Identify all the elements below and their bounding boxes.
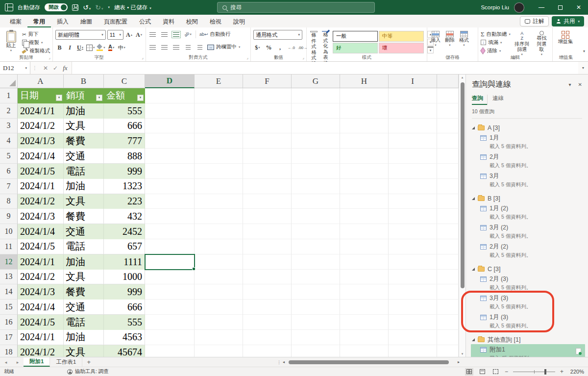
cell-I12[interactable] [389,254,437,270]
cell-D13[interactable] [145,270,195,285]
scroll-up-icon[interactable]: ▴ [459,75,466,79]
borders-button[interactable]: ▾ [86,43,95,52]
cell-F9[interactable] [243,209,292,224]
cell-B5[interactable]: 交通 [64,149,104,164]
cell-F6[interactable] [243,164,292,179]
cell-F3[interactable] [243,119,292,134]
undo-icon[interactable]: ↺▾ [83,4,91,11]
font-size-select[interactable]: 11▾ [107,30,123,40]
cell-D6[interactable] [145,164,195,179]
column-header-D[interactable]: D [145,75,195,88]
cell-D15[interactable] [145,300,195,315]
cell-H3[interactable] [340,119,389,134]
query-item-3-0[interactable]: 附加1載入 45 個資料列。 [471,344,585,357]
autosave-toggle[interactable]: 開啟 [45,3,68,11]
cell-F11[interactable] [243,239,292,254]
row-header-1[interactable]: 1 [0,88,18,103]
query-item-2-2[interactable]: 1月 (3)載入 5 個資料列。 [472,312,582,331]
vertical-scroll-thumb[interactable] [461,82,465,288]
cell-C13[interactable]: 1000 [104,270,145,285]
row-header-11[interactable]: 11 [0,239,18,254]
cell-F15[interactable] [243,300,292,315]
cell-F8[interactable] [243,194,292,209]
share-button[interactable]: 共用 ▾ [552,16,584,26]
ribbon-tab-繪圖[interactable]: 繪圖 [74,15,98,27]
format-as-table-button[interactable]: 格式化為表格▾ [321,30,330,55]
cell-E14[interactable] [195,284,243,300]
shrink-font-button[interactable]: A▾ [135,30,143,39]
cell-G7[interactable] [292,179,340,194]
sheet-prev-icon[interactable]: ◂ [0,357,12,367]
cell-G9[interactable] [292,209,340,224]
cell-I1[interactable] [389,88,437,103]
query-item-1-1[interactable]: 3月 (2)載入 5 個資料列。 [472,222,582,241]
query-group-header-3[interactable]: 其他查詢 [1] [472,335,582,344]
cell-C6[interactable]: 999 [104,164,145,179]
paste-button[interactable]: 貼上▾ [2,30,20,55]
vertical-scrollbar[interactable]: ▴ ▾ [459,75,466,357]
addins-button[interactable]: 增益集 [555,30,576,45]
accessibility-status[interactable]: 協助工具: 調查 [67,368,109,375]
underline-button[interactable]: U▾ [76,43,84,52]
cell-B2[interactable]: 加油 [64,103,104,119]
cell-H17[interactable] [340,330,389,345]
cell-D11[interactable] [145,239,195,254]
insert-function-icon[interactable]: fx [63,64,67,72]
cell-H11[interactable] [340,239,389,254]
normal-view-button[interactable] [465,368,473,376]
cell-H9[interactable] [340,209,389,224]
row-header-15[interactable]: 15 [0,300,18,315]
number-dialog-launcher[interactable]: ⌟ [302,55,304,60]
row-header-9[interactable]: 9 [0,209,18,224]
zoom-slider[interactable] [513,372,555,372]
cell-C16[interactable]: 555 [104,315,145,330]
column-header-I[interactable]: I [389,75,437,88]
cell-E11[interactable] [195,239,243,254]
cell-A2[interactable]: 2024/1/1 [18,103,64,119]
cell-H15[interactable] [340,300,389,315]
fill-button[interactable]: ↓填滿▾ [481,38,511,47]
column-header-B[interactable]: B [64,75,104,88]
page-break-view-button[interactable] [491,368,500,376]
row-header-17[interactable]: 17 [0,330,18,345]
query-item-1-2[interactable]: 2月 (2)載入 5 個資料列。 [472,241,582,260]
cell-H14[interactable] [340,284,389,300]
cell-I2[interactable] [389,103,437,119]
find-select-button[interactable]: 尋找與選取▾ [534,30,550,55]
cell-A12[interactable]: 2024/1/1 [18,254,64,270]
column-header-A[interactable]: A [18,75,64,88]
cell-G3[interactable] [292,119,340,134]
cell-E15[interactable] [195,300,243,315]
row-header-5[interactable]: 5 [0,149,18,164]
cell-E7[interactable] [195,179,243,194]
cell-I16[interactable] [389,315,437,330]
select-all-corner[interactable] [0,75,18,88]
clear-button[interactable]: 清除▾ [481,47,511,55]
query-item-0-0[interactable]: 1月載入 5 個資料列。 [472,132,582,151]
horizontal-scrollbar[interactable]: ⋮ ◂ ▸ [277,357,460,367]
cell-B8[interactable]: 文具 [64,194,104,209]
panel-tab-查詢[interactable]: 查詢 [472,95,487,105]
cell-I3[interactable] [389,119,437,134]
splitter-grip-icon[interactable]: ⋮ [277,360,281,365]
cell-F1[interactable] [243,88,292,103]
filter-button-C[interactable]: ▾ [137,95,144,101]
orientation-button[interactable]: ab▾ [184,30,192,39]
row-header-4[interactable]: 4 [0,133,18,149]
fill-color-button[interactable]: ▾ [97,43,105,52]
cell-G17[interactable] [292,330,340,345]
font-name-select[interactable]: 新細明體▾ [55,30,106,40]
cell-F12[interactable] [243,254,292,270]
number-format-select[interactable]: 通用格式▾ [253,30,302,40]
row-header-7[interactable]: 7 [0,179,18,194]
cell-G12[interactable] [292,254,340,270]
cell-A8[interactable]: 2024/1/2 [18,194,64,209]
cell-I18[interactable] [389,345,437,357]
cell-B7[interactable]: 加油 [64,179,104,194]
font-dialog-launcher[interactable]: ⌟ [142,55,144,60]
cell-A17[interactable]: 2024/1/1 [18,330,64,345]
cell-D2[interactable] [145,103,195,119]
cell-B17[interactable]: 加油 [64,330,104,345]
cell-C10[interactable]: 2452 [104,224,145,239]
ribbon-tab-說明[interactable]: 說明 [227,15,251,27]
